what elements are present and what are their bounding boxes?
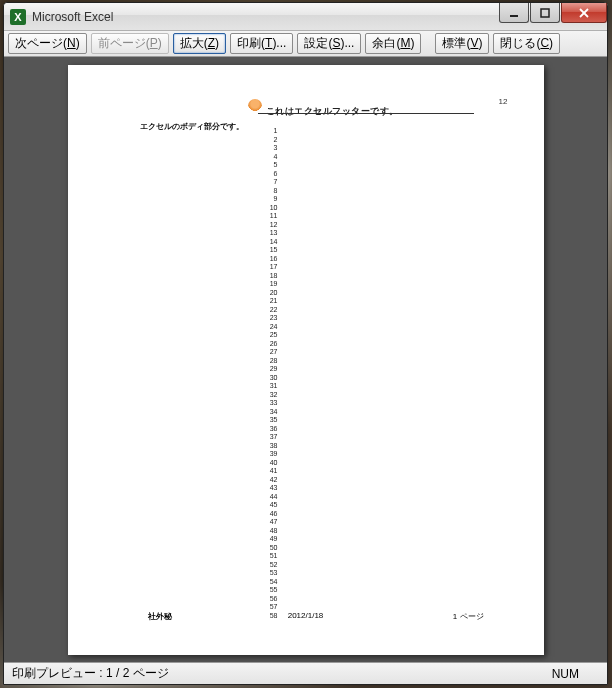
label: )	[410, 36, 414, 50]
row-number: 20	[264, 289, 278, 297]
row-number: 19	[264, 280, 278, 288]
page-footer: 社外秘 2012/1/18 1 ページ	[68, 611, 544, 623]
label: 閉じる(	[500, 36, 540, 50]
minimize-icon	[508, 7, 520, 19]
row-number: 52	[264, 561, 278, 569]
label: 次ページ(	[15, 36, 67, 50]
titlebar: Microsoft Excel	[4, 3, 607, 31]
preview-page: 12 これはエクセルフッターです。 エクセルのボディ部分です。 12345678…	[68, 65, 544, 655]
footer-center: 2012/1/18	[288, 611, 324, 620]
maximize-icon	[539, 7, 551, 19]
excel-logo-icon	[10, 9, 26, 25]
row-number: 10	[264, 204, 278, 212]
row-number: 4	[264, 153, 278, 161]
label: )...	[272, 36, 286, 50]
row-number: 3	[264, 144, 278, 152]
row-number: 45	[264, 501, 278, 509]
row-number: 23	[264, 314, 278, 322]
minimize-button[interactable]	[499, 3, 529, 23]
row-number: 29	[264, 365, 278, 373]
page-setup-button[interactable]: 設定(S)...	[297, 33, 361, 54]
svg-rect-1	[541, 9, 549, 17]
row-number: 48	[264, 527, 278, 535]
maximize-button[interactable]	[530, 3, 560, 23]
row-number: 36	[264, 425, 278, 433]
row-number: 18	[264, 272, 278, 280]
label: )	[215, 36, 219, 50]
close-icon	[578, 7, 590, 19]
row-number: 31	[264, 382, 278, 390]
footer-right: 1 ページ	[453, 611, 484, 622]
row-number: 56	[264, 595, 278, 603]
header-avatar-icon	[248, 99, 262, 113]
row-number: 14	[264, 238, 278, 246]
print-preview-viewport[interactable]: 12 これはエクセルフッターです。 エクセルのボディ部分です。 12345678…	[4, 57, 607, 662]
footer-left: 社外秘	[148, 611, 172, 622]
row-number: 15	[264, 246, 278, 254]
print-button[interactable]: 印刷(T)...	[230, 33, 293, 54]
next-page-button[interactable]: 次ページ(N)	[8, 33, 87, 54]
row-number: 30	[264, 374, 278, 382]
status-text: 印刷プレビュー : 1 / 2 ページ	[12, 665, 169, 682]
row-number: 53	[264, 569, 278, 577]
row-number: 46	[264, 510, 278, 518]
row-number: 55	[264, 586, 278, 594]
label: 標準(	[442, 36, 470, 50]
row-number: 8	[264, 187, 278, 195]
row-number: 21	[264, 297, 278, 305]
row-number: 25	[264, 331, 278, 339]
row-number: 37	[264, 433, 278, 441]
label: )	[76, 36, 80, 50]
row-number: 57	[264, 603, 278, 611]
normal-view-button[interactable]: 標準(V)	[435, 33, 489, 54]
label: 設定(	[304, 36, 332, 50]
window: Microsoft Excel 次ページ(N) 前ページ(P) 拡大(Z) 印刷…	[3, 2, 608, 685]
zoom-button[interactable]: 拡大(Z)	[173, 33, 226, 54]
row-number-column: 1234567891011121314151617181920212223242…	[264, 127, 278, 620]
row-number: 51	[264, 552, 278, 560]
prev-page-button[interactable]: 前ページ(P)	[91, 33, 169, 54]
window-controls	[498, 3, 607, 23]
row-number: 42	[264, 476, 278, 484]
label: )	[158, 36, 162, 50]
row-number: 1	[264, 127, 278, 135]
margins-button[interactable]: 余白(M)	[365, 33, 421, 54]
row-number: 41	[264, 467, 278, 475]
status-bar: 印刷プレビュー : 1 / 2 ページ NUM	[4, 662, 607, 684]
row-number: 27	[264, 348, 278, 356]
label: )	[549, 36, 553, 50]
status-indicator: NUM	[552, 667, 579, 681]
row-number: 16	[264, 255, 278, 263]
header-text: これはエクセルフッターです。	[266, 105, 399, 118]
window-title: Microsoft Excel	[32, 10, 113, 24]
row-number: 7	[264, 178, 278, 186]
row-number: 34	[264, 408, 278, 416]
row-number: 49	[264, 535, 278, 543]
row-number: 50	[264, 544, 278, 552]
accel: Z	[208, 36, 215, 50]
row-number: 54	[264, 578, 278, 586]
body-label: エクセルのボディ部分です。	[140, 121, 244, 132]
row-number: 2	[264, 136, 278, 144]
row-number: 35	[264, 416, 278, 424]
row-number: 6	[264, 170, 278, 178]
label: 余白(	[372, 36, 400, 50]
row-number: 44	[264, 493, 278, 501]
row-number: 12	[264, 221, 278, 229]
accel: P	[150, 36, 158, 50]
row-number: 47	[264, 518, 278, 526]
row-number: 22	[264, 306, 278, 314]
row-number: 26	[264, 340, 278, 348]
label: )	[478, 36, 482, 50]
row-number: 33	[264, 399, 278, 407]
label: )...	[340, 36, 354, 50]
row-number: 11	[264, 212, 278, 220]
close-button[interactable]	[561, 3, 607, 23]
row-number: 38	[264, 442, 278, 450]
accel: M	[400, 36, 410, 50]
header-underline	[258, 113, 474, 114]
row-number: 13	[264, 229, 278, 237]
close-preview-button[interactable]: 閉じる(C)	[493, 33, 560, 54]
row-number: 39	[264, 450, 278, 458]
row-number: 5	[264, 161, 278, 169]
